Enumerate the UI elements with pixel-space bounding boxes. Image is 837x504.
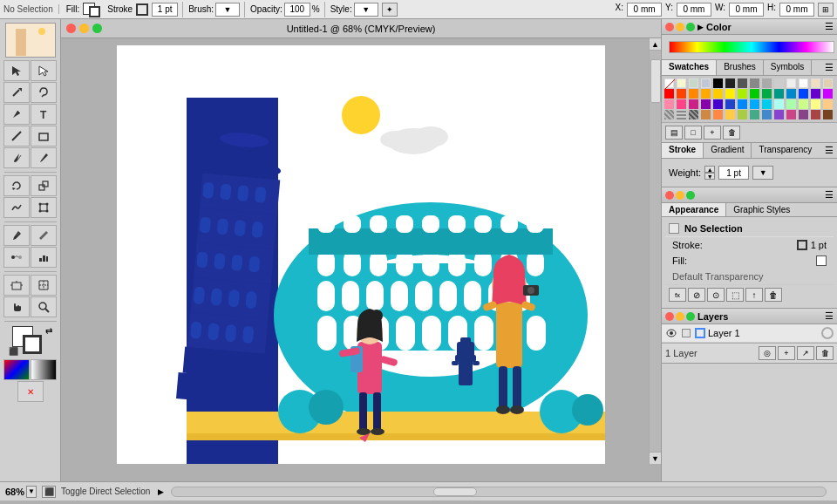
scrollbar-thumb[interactable]: [433, 487, 477, 496]
color-panel-close[interactable]: [665, 23, 674, 31]
y-input[interactable]: 0 mm: [677, 3, 711, 17]
swatch-cell[interactable]: [738, 99, 747, 109]
resize-icon[interactable]: ⊞: [818, 3, 834, 17]
appearance-tab[interactable]: Appearance: [662, 203, 726, 216]
direct-selection-tool[interactable]: [31, 60, 57, 81]
layers-panel-header[interactable]: Layers ☰: [662, 309, 837, 324]
swatch-cell[interactable]: [762, 110, 772, 119]
color-panel-header[interactable]: ▶ Color ☰: [662, 19, 837, 35]
swatch-cell[interactable]: [823, 78, 833, 88]
swatch-cell[interactable]: [762, 89, 772, 99]
h-input[interactable]: 0 mm: [779, 3, 814, 17]
layers-panel-zoom[interactable]: [686, 312, 695, 321]
swatch-cell[interactable]: [677, 89, 686, 99]
style-icon[interactable]: ✦: [382, 3, 398, 17]
swatch-cell[interactable]: [689, 78, 698, 88]
swatches-tab[interactable]: Swatches: [662, 60, 717, 75]
swatch-cell[interactable]: [762, 78, 772, 88]
layer-eye-icon[interactable]: [665, 327, 677, 339]
eyedropper-tool[interactable]: [3, 225, 30, 246]
color-spectrum-bar[interactable]: [669, 41, 834, 53]
layer-name[interactable]: Layer 1: [708, 328, 819, 338]
appearance-add-btn[interactable]: ⊘: [688, 288, 705, 302]
rectangle-tool[interactable]: [31, 126, 57, 146]
delete-swatch-btn[interactable]: 🗑: [723, 126, 740, 140]
none-btn[interactable]: ✕: [17, 381, 44, 402]
swatch-cell[interactable]: [774, 110, 784, 119]
appearance-duplicate-btn[interactable]: ⬚: [726, 288, 744, 302]
swatch-cell[interactable]: [701, 99, 711, 109]
swatch-cell[interactable]: [677, 99, 686, 109]
swatch-cell[interactable]: [664, 78, 674, 88]
appearance-panel-minimize[interactable]: [676, 191, 684, 200]
hand-tool[interactable]: [3, 296, 30, 317]
horizontal-scrollbar[interactable]: [171, 487, 827, 497]
magic-wand-tool[interactable]: [3, 82, 30, 103]
swatch-cell[interactable]: [799, 99, 808, 109]
swatch-cell[interactable]: [750, 89, 759, 99]
brush-dropdown[interactable]: ▼: [215, 3, 240, 17]
scroll-thumb[interactable]: [650, 59, 661, 103]
new-color-group-btn[interactable]: □: [684, 126, 702, 140]
layers-panel-close[interactable]: [665, 312, 674, 321]
swatches-panel-menu[interactable]: ☰: [821, 60, 837, 75]
swatch-cell[interactable]: [774, 99, 784, 109]
free-transform-tool[interactable]: [31, 197, 57, 218]
style-dropdown[interactable]: ▼: [354, 3, 378, 17]
locate-object-btn[interactable]: ◎: [759, 346, 776, 360]
appearance-panel-zoom[interactable]: [686, 191, 695, 200]
zoom-tool[interactable]: [31, 296, 57, 317]
selection-tool[interactable]: [3, 60, 30, 81]
zoom-dropdown-btn[interactable]: ▼: [26, 486, 37, 498]
pen-tool[interactable]: [3, 104, 30, 125]
toggle-direct-selection-btn[interactable]: ▶: [155, 486, 166, 498]
w-input[interactable]: 0 mm: [729, 3, 764, 17]
swatch-cell[interactable]: [774, 78, 784, 88]
artboard-tool[interactable]: [3, 275, 30, 296]
move-to-layer-btn[interactable]: ↗: [797, 346, 814, 360]
swatch-cell[interactable]: [725, 110, 735, 119]
swatch-cell[interactable]: [713, 99, 723, 109]
pencil-tool[interactable]: [31, 147, 57, 168]
stroke-detail-swatch[interactable]: [797, 240, 807, 250]
column-graph-tool[interactable]: [31, 247, 57, 268]
gradient-tab[interactable]: Gradient: [704, 143, 752, 158]
scale-tool[interactable]: [31, 175, 57, 196]
appearance-panel-close[interactable]: [665, 191, 674, 200]
swatch-cell[interactable]: [811, 78, 820, 88]
fill-stroke-indicator[interactable]: [83, 2, 104, 17]
transparency-tab[interactable]: Transparency: [752, 143, 819, 158]
swatch-cell[interactable]: [738, 110, 747, 119]
swatch-cell[interactable]: [786, 99, 796, 109]
swatch-cell[interactable]: [713, 78, 723, 88]
navigator-icon[interactable]: ⬛: [42, 486, 56, 498]
swatch-cell[interactable]: [664, 99, 674, 109]
swatch-cell[interactable]: [811, 110, 820, 119]
layer-lock-icon[interactable]: [680, 327, 692, 339]
brushes-tab[interactable]: Brushes: [717, 60, 764, 75]
canvas-minimize-btn[interactable]: [79, 24, 89, 33]
swatch-cell[interactable]: [725, 89, 735, 99]
swatch-cell[interactable]: [811, 99, 820, 109]
lasso-tool[interactable]: [31, 82, 57, 103]
scroll-up-arrow[interactable]: ▲: [650, 38, 662, 51]
swatch-cell[interactable]: [664, 89, 674, 99]
default-colors-icon[interactable]: ⬛: [9, 347, 18, 356]
stroke-panel-menu[interactable]: ☰: [821, 143, 837, 158]
swatch-cell[interactable]: [750, 78, 759, 88]
swatch-cell[interactable]: [689, 89, 698, 99]
appearance-delete-btn[interactable]: 🗑: [765, 288, 782, 302]
canvas-close-btn[interactable]: [66, 24, 76, 33]
swatch-cell[interactable]: [762, 99, 772, 109]
scroll-track[interactable]: [650, 51, 662, 452]
swatch-cell[interactable]: [799, 89, 808, 99]
appearance-fx-btn[interactable]: fx: [669, 288, 686, 302]
appearance-visibility-btn[interactable]: ⊙: [707, 288, 725, 302]
swatch-cell[interactable]: [823, 110, 833, 119]
color-panel-menu[interactable]: ☰: [825, 21, 834, 32]
warp-tool[interactable]: [3, 197, 30, 218]
swatch-cell[interactable]: [713, 110, 723, 119]
canvas-right-scrollbar[interactable]: ▲ ▼: [649, 38, 661, 464]
type-tool[interactable]: T: [31, 104, 57, 125]
new-swatch-btn[interactable]: +: [704, 126, 721, 140]
